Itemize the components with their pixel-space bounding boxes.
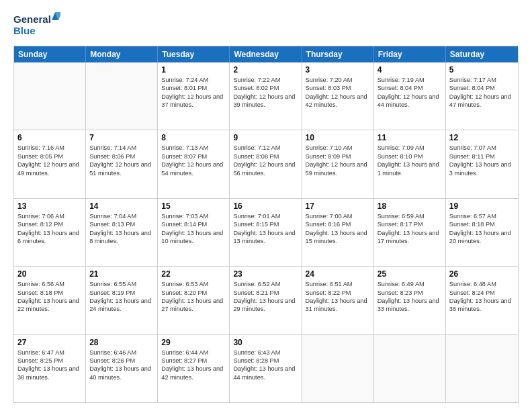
calendar-cell: 4Sunrise: 7:19 AM Sunset: 8:04 PM Daylig… — [374, 62, 446, 130]
calendar-row-2: 13Sunrise: 7:06 AM Sunset: 8:12 PM Dayli… — [14, 199, 518, 267]
day-info: Sunrise: 6:48 AM Sunset: 8:24 PM Dayligh… — [449, 280, 515, 314]
day-number: 13 — [17, 201, 82, 211]
day-info: Sunrise: 7:01 AM Sunset: 8:15 PM Dayligh… — [233, 212, 298, 246]
day-info: Sunrise: 7:14 AM Sunset: 8:06 PM Dayligh… — [89, 144, 154, 177]
calendar-cell: 24Sunrise: 6:51 AM Sunset: 8:22 PM Dayli… — [302, 267, 374, 334]
day-info: Sunrise: 7:22 AM Sunset: 8:02 PM Dayligh… — [233, 76, 298, 109]
day-info: Sunrise: 6:59 AM Sunset: 8:17 PM Dayligh… — [378, 212, 442, 246]
calendar-cell: 26Sunrise: 6:48 AM Sunset: 8:24 PM Dayli… — [446, 267, 518, 334]
calendar-cell: 23Sunrise: 6:52 AM Sunset: 8:21 PM Dayli… — [230, 267, 302, 334]
day-info: Sunrise: 6:55 AM Sunset: 8:19 PM Dayligh… — [89, 280, 154, 314]
calendar-cell: 30Sunrise: 6:43 AM Sunset: 8:28 PM Dayli… — [230, 335, 302, 402]
svg-text:Blue: Blue — [13, 25, 36, 36]
day-info: Sunrise: 7:19 AM Sunset: 8:04 PM Dayligh… — [378, 76, 442, 109]
calendar-cell: 13Sunrise: 7:06 AM Sunset: 8:12 PM Dayli… — [14, 199, 86, 266]
day-number: 20 — [17, 269, 82, 279]
day-number: 21 — [89, 269, 154, 279]
calendar-cell — [302, 335, 374, 402]
calendar-cell: 27Sunrise: 6:47 AM Sunset: 8:25 PM Dayli… — [14, 335, 86, 402]
calendar-cell: 12Sunrise: 7:07 AM Sunset: 8:11 PM Dayli… — [446, 130, 518, 197]
calendar-cell: 29Sunrise: 6:44 AM Sunset: 8:27 PM Dayli… — [158, 335, 230, 402]
day-info: Sunrise: 7:06 AM Sunset: 8:12 PM Dayligh… — [17, 212, 82, 246]
svg-text:General: General — [13, 13, 51, 25]
day-number: 29 — [161, 338, 226, 347]
header-day-thursday: Thursday — [302, 46, 374, 62]
calendar-cell — [374, 335, 446, 402]
calendar-cell: 17Sunrise: 7:00 AM Sunset: 8:16 PM Dayli… — [302, 199, 374, 266]
day-number: 7 — [89, 133, 154, 142]
calendar-body: 1Sunrise: 7:24 AM Sunset: 8:01 PM Daylig… — [14, 62, 518, 402]
calendar-cell: 9Sunrise: 7:12 AM Sunset: 8:08 PM Daylig… — [230, 130, 302, 197]
calendar-cell: 2Sunrise: 7:22 AM Sunset: 8:02 PM Daylig… — [230, 62, 302, 130]
day-info: Sunrise: 7:03 AM Sunset: 8:14 PM Dayligh… — [161, 212, 226, 246]
day-number: 19 — [449, 201, 515, 211]
calendar-cell: 14Sunrise: 7:04 AM Sunset: 8:13 PM Dayli… — [86, 199, 158, 266]
day-number: 14 — [89, 201, 154, 211]
day-info: Sunrise: 6:49 AM Sunset: 8:23 PM Dayligh… — [378, 280, 442, 314]
day-number: 10 — [306, 133, 370, 142]
calendar-cell: 25Sunrise: 6:49 AM Sunset: 8:23 PM Dayli… — [374, 267, 446, 334]
day-number: 3 — [306, 65, 370, 75]
day-info: Sunrise: 7:12 AM Sunset: 8:08 PM Dayligh… — [233, 144, 298, 177]
calendar-cell: 22Sunrise: 6:53 AM Sunset: 8:20 PM Dayli… — [158, 267, 230, 334]
calendar-cell: 6Sunrise: 7:16 AM Sunset: 8:05 PM Daylig… — [14, 130, 86, 197]
calendar-row-3: 20Sunrise: 6:56 AM Sunset: 8:18 PM Dayli… — [14, 267, 518, 334]
header-day-monday: Monday — [86, 46, 158, 62]
page: General Blue SundayMondayTuesdayWednesda… — [0, 0, 532, 411]
day-info: Sunrise: 6:51 AM Sunset: 8:22 PM Dayligh… — [306, 280, 370, 314]
calendar-cell: 3Sunrise: 7:20 AM Sunset: 8:03 PM Daylig… — [302, 62, 374, 130]
logo: General Blue — [13, 11, 60, 39]
day-info: Sunrise: 6:56 AM Sunset: 8:18 PM Dayligh… — [17, 280, 82, 314]
day-number: 23 — [233, 269, 298, 279]
day-info: Sunrise: 6:53 AM Sunset: 8:20 PM Dayligh… — [161, 280, 226, 314]
day-number: 17 — [306, 201, 370, 211]
day-info: Sunrise: 7:07 AM Sunset: 8:11 PM Dayligh… — [449, 144, 515, 177]
header-day-sunday: Sunday — [14, 46, 86, 62]
day-number: 9 — [233, 133, 298, 142]
day-info: Sunrise: 7:10 AM Sunset: 8:09 PM Dayligh… — [306, 144, 370, 177]
calendar-cell: 5Sunrise: 7:17 AM Sunset: 8:04 PM Daylig… — [446, 62, 518, 130]
calendar-cell: 18Sunrise: 6:59 AM Sunset: 8:17 PM Dayli… — [374, 199, 446, 266]
header-day-wednesday: Wednesday — [230, 46, 302, 62]
calendar-cell: 28Sunrise: 6:46 AM Sunset: 8:26 PM Dayli… — [86, 335, 158, 402]
day-number: 27 — [17, 338, 82, 347]
calendar-cell: 21Sunrise: 6:55 AM Sunset: 8:19 PM Dayli… — [86, 267, 158, 334]
day-number: 15 — [161, 201, 226, 211]
calendar-cell — [446, 335, 518, 402]
day-number: 4 — [378, 65, 442, 75]
calendar-cell: 19Sunrise: 6:57 AM Sunset: 8:18 PM Dayli… — [446, 199, 518, 266]
header-day-tuesday: Tuesday — [158, 46, 230, 62]
day-info: Sunrise: 7:16 AM Sunset: 8:05 PM Dayligh… — [17, 144, 82, 177]
calendar: SundayMondayTuesdayWednesdayThursdayFrid… — [13, 46, 519, 403]
day-info: Sunrise: 6:47 AM Sunset: 8:25 PM Dayligh… — [17, 349, 82, 382]
day-info: Sunrise: 7:24 AM Sunset: 8:01 PM Dayligh… — [161, 76, 226, 109]
calendar-cell: 20Sunrise: 6:56 AM Sunset: 8:18 PM Dayli… — [14, 267, 86, 334]
day-number: 1 — [161, 65, 226, 75]
day-number: 11 — [378, 133, 442, 142]
day-info: Sunrise: 7:17 AM Sunset: 8:04 PM Dayligh… — [449, 76, 515, 109]
day-info: Sunrise: 6:52 AM Sunset: 8:21 PM Dayligh… — [233, 280, 298, 314]
day-number: 5 — [449, 65, 515, 75]
day-number: 16 — [233, 201, 298, 211]
day-info: Sunrise: 7:13 AM Sunset: 8:07 PM Dayligh… — [161, 144, 226, 177]
calendar-cell — [14, 62, 86, 130]
day-number: 30 — [233, 338, 298, 347]
calendar-cell: 8Sunrise: 7:13 AM Sunset: 8:07 PM Daylig… — [158, 130, 230, 197]
calendar-cell: 11Sunrise: 7:09 AM Sunset: 8:10 PM Dayli… — [374, 130, 446, 197]
day-number: 6 — [17, 133, 82, 142]
calendar-cell: 1Sunrise: 7:24 AM Sunset: 8:01 PM Daylig… — [158, 62, 230, 130]
day-info: Sunrise: 6:46 AM Sunset: 8:26 PM Dayligh… — [89, 349, 154, 382]
calendar-cell: 15Sunrise: 7:03 AM Sunset: 8:14 PM Dayli… — [158, 199, 230, 266]
calendar-cell — [86, 62, 158, 130]
day-info: Sunrise: 6:44 AM Sunset: 8:27 PM Dayligh… — [161, 349, 226, 382]
day-number: 26 — [449, 269, 515, 279]
day-number: 8 — [161, 133, 226, 142]
day-number: 24 — [306, 269, 370, 279]
day-number: 2 — [233, 65, 298, 75]
calendar-header: SundayMondayTuesdayWednesdayThursdayFrid… — [14, 46, 518, 62]
day-number: 28 — [89, 338, 154, 347]
day-info: Sunrise: 7:09 AM Sunset: 8:10 PM Dayligh… — [378, 144, 442, 177]
calendar-cell: 7Sunrise: 7:14 AM Sunset: 8:06 PM Daylig… — [86, 130, 158, 197]
header-day-saturday: Saturday — [446, 46, 518, 62]
day-number: 18 — [378, 201, 442, 211]
